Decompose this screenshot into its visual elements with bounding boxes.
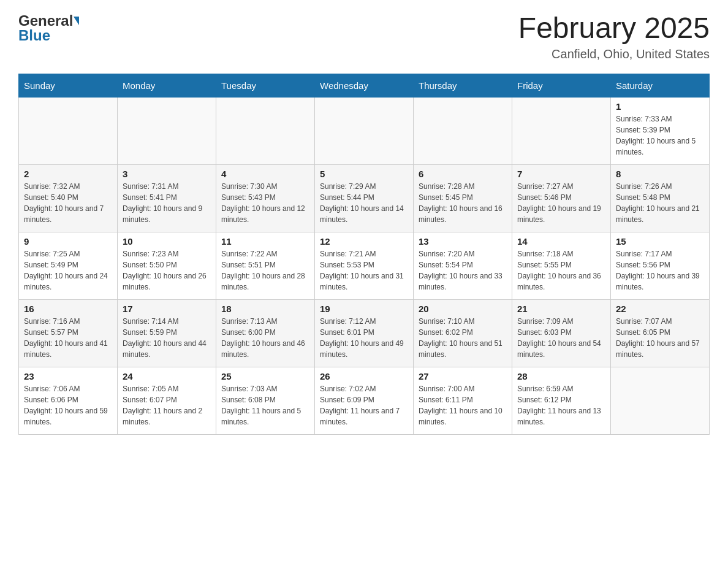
col-friday: Friday [512, 74, 611, 97]
day-info: Sunrise: 7:16 AMSunset: 5:57 PMDaylight:… [24, 316, 112, 360]
day-number: 11 [221, 236, 309, 247]
day-number: 16 [24, 304, 112, 314]
day-info: Sunrise: 7:13 AMSunset: 6:00 PMDaylight:… [221, 316, 309, 360]
day-info: Sunrise: 7:12 AMSunset: 6:01 PMDaylight:… [320, 316, 408, 360]
calendar-cell: 2Sunrise: 7:32 AMSunset: 5:40 PMDaylight… [19, 164, 118, 232]
logo-arrow-icon [74, 17, 79, 25]
day-info: Sunrise: 7:20 AMSunset: 5:54 PMDaylight:… [419, 248, 507, 293]
logo: General Blue [18, 12, 79, 44]
calendar-week-row: 9Sunrise: 7:25 AMSunset: 5:49 PMDaylight… [19, 232, 710, 299]
col-wednesday: Wednesday [315, 74, 414, 97]
day-number: 8 [616, 169, 704, 179]
day-info: Sunrise: 7:07 AMSunset: 6:05 PMDaylight:… [616, 316, 704, 360]
calendar-cell: 18Sunrise: 7:13 AMSunset: 6:00 PMDayligh… [216, 299, 315, 367]
day-info: Sunrise: 7:22 AMSunset: 5:51 PMDaylight:… [221, 248, 309, 293]
day-info: Sunrise: 7:02 AMSunset: 6:09 PMDaylight:… [320, 383, 408, 427]
day-number: 5 [320, 169, 408, 179]
page-header: General Blue February 2025 Canfield, Ohi… [18, 12, 710, 61]
day-number: 7 [517, 169, 605, 179]
day-number: 12 [320, 236, 408, 247]
calendar-week-row: 1Sunrise: 7:33 AMSunset: 5:39 PMDaylight… [19, 97, 710, 164]
day-info: Sunrise: 7:00 AMSunset: 6:11 PMDaylight:… [419, 383, 507, 427]
logo-blue-text: Blue [18, 27, 50, 44]
day-info: Sunrise: 6:59 AMSunset: 6:12 PMDaylight:… [517, 383, 605, 427]
calendar-week-row: 2Sunrise: 7:32 AMSunset: 5:40 PMDaylight… [19, 164, 710, 232]
calendar-cell: 25Sunrise: 7:03 AMSunset: 6:08 PMDayligh… [216, 367, 315, 434]
day-info: Sunrise: 7:26 AMSunset: 5:48 PMDaylight:… [616, 181, 704, 225]
day-number: 1 [616, 101, 704, 112]
calendar-cell [512, 97, 611, 164]
day-number: 19 [320, 304, 408, 314]
day-number: 13 [419, 236, 507, 247]
calendar-week-row: 16Sunrise: 7:16 AMSunset: 5:57 PMDayligh… [19, 299, 710, 367]
day-number: 28 [517, 371, 605, 381]
day-number: 27 [419, 371, 507, 381]
calendar-cell: 11Sunrise: 7:22 AMSunset: 5:51 PMDayligh… [216, 232, 315, 299]
col-tuesday: Tuesday [216, 74, 315, 97]
calendar-cell: 26Sunrise: 7:02 AMSunset: 6:09 PMDayligh… [315, 367, 414, 434]
calendar-cell [315, 97, 414, 164]
day-info: Sunrise: 7:05 AMSunset: 6:07 PMDaylight:… [123, 383, 211, 427]
calendar-cell: 21Sunrise: 7:09 AMSunset: 6:03 PMDayligh… [512, 299, 611, 367]
calendar-header-row: Sunday Monday Tuesday Wednesday Thursday… [19, 74, 710, 97]
day-number: 17 [123, 304, 211, 314]
calendar-cell: 24Sunrise: 7:05 AMSunset: 6:07 PMDayligh… [118, 367, 216, 434]
day-number: 15 [616, 236, 704, 247]
day-info: Sunrise: 7:32 AMSunset: 5:40 PMDaylight:… [24, 181, 112, 225]
day-number: 25 [221, 371, 309, 381]
day-number: 6 [419, 169, 507, 179]
calendar-cell: 13Sunrise: 7:20 AMSunset: 5:54 PMDayligh… [414, 232, 512, 299]
day-info: Sunrise: 7:09 AMSunset: 6:03 PMDaylight:… [517, 316, 605, 360]
calendar-week-row: 23Sunrise: 7:06 AMSunset: 6:06 PMDayligh… [19, 367, 710, 434]
day-number: 22 [616, 304, 704, 314]
calendar-cell: 27Sunrise: 7:00 AMSunset: 6:11 PMDayligh… [414, 367, 512, 434]
day-number: 9 [24, 236, 112, 247]
col-monday: Monday [118, 74, 216, 97]
day-info: Sunrise: 7:10 AMSunset: 6:02 PMDaylight:… [419, 316, 507, 360]
day-number: 3 [123, 169, 211, 179]
calendar-cell: 12Sunrise: 7:21 AMSunset: 5:53 PMDayligh… [315, 232, 414, 299]
day-info: Sunrise: 7:28 AMSunset: 5:45 PMDaylight:… [419, 181, 507, 225]
day-info: Sunrise: 7:27 AMSunset: 5:46 PMDaylight:… [517, 181, 605, 225]
day-info: Sunrise: 7:18 AMSunset: 5:55 PMDaylight:… [517, 248, 605, 293]
day-number: 24 [123, 371, 211, 381]
calendar-cell: 5Sunrise: 7:29 AMSunset: 5:44 PMDaylight… [315, 164, 414, 232]
day-number: 2 [24, 169, 112, 179]
day-info: Sunrise: 7:33 AMSunset: 5:39 PMDaylight:… [616, 113, 704, 158]
calendar-cell [611, 367, 710, 434]
calendar-cell: 22Sunrise: 7:07 AMSunset: 6:05 PMDayligh… [611, 299, 710, 367]
calendar-cell [216, 97, 315, 164]
day-info: Sunrise: 7:17 AMSunset: 5:56 PMDaylight:… [616, 248, 704, 293]
col-saturday: Saturday [611, 74, 710, 97]
calendar-cell: 14Sunrise: 7:18 AMSunset: 5:55 PMDayligh… [512, 232, 611, 299]
calendar-cell: 8Sunrise: 7:26 AMSunset: 5:48 PMDaylight… [611, 164, 710, 232]
calendar-cell: 15Sunrise: 7:17 AMSunset: 5:56 PMDayligh… [611, 232, 710, 299]
title-section: February 2025 Canfield, Ohio, United Sta… [518, 12, 710, 61]
col-sunday: Sunday [19, 74, 118, 97]
calendar-cell: 23Sunrise: 7:06 AMSunset: 6:06 PMDayligh… [19, 367, 118, 434]
day-number: 14 [517, 236, 605, 247]
calendar-cell: 3Sunrise: 7:31 AMSunset: 5:41 PMDaylight… [118, 164, 216, 232]
day-number: 26 [320, 371, 408, 381]
day-info: Sunrise: 7:29 AMSunset: 5:44 PMDaylight:… [320, 181, 408, 225]
col-thursday: Thursday [414, 74, 512, 97]
calendar-cell: 28Sunrise: 6:59 AMSunset: 6:12 PMDayligh… [512, 367, 611, 434]
month-title: February 2025 [518, 12, 710, 45]
calendar-cell: 19Sunrise: 7:12 AMSunset: 6:01 PMDayligh… [315, 299, 414, 367]
day-info: Sunrise: 7:03 AMSunset: 6:08 PMDaylight:… [221, 383, 309, 427]
calendar-cell: 1Sunrise: 7:33 AMSunset: 5:39 PMDaylight… [611, 97, 710, 164]
calendar-cell: 16Sunrise: 7:16 AMSunset: 5:57 PMDayligh… [19, 299, 118, 367]
day-info: Sunrise: 7:21 AMSunset: 5:53 PMDaylight:… [320, 248, 408, 293]
day-info: Sunrise: 7:25 AMSunset: 5:49 PMDaylight:… [24, 248, 112, 293]
day-info: Sunrise: 7:14 AMSunset: 5:59 PMDaylight:… [123, 316, 211, 360]
day-number: 21 [517, 304, 605, 314]
calendar-cell: 17Sunrise: 7:14 AMSunset: 5:59 PMDayligh… [118, 299, 216, 367]
day-number: 23 [24, 371, 112, 381]
location-subtitle: Canfield, Ohio, United States [518, 47, 710, 61]
calendar-cell [19, 97, 118, 164]
day-info: Sunrise: 7:31 AMSunset: 5:41 PMDaylight:… [123, 181, 211, 225]
calendar-cell: 6Sunrise: 7:28 AMSunset: 5:45 PMDaylight… [414, 164, 512, 232]
day-number: 20 [419, 304, 507, 314]
day-number: 18 [221, 304, 309, 314]
calendar-cell: 9Sunrise: 7:25 AMSunset: 5:49 PMDaylight… [19, 232, 118, 299]
